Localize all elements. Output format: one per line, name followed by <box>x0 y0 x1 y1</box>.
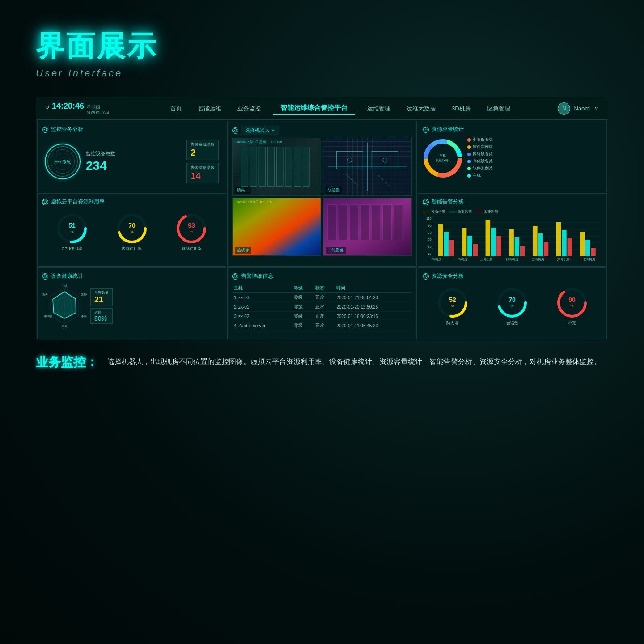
gauge-firewall: 52 % 防火墙 <box>437 287 468 326</box>
date-label: 星期四 2020/07/24 <box>87 104 109 115</box>
time-display: 14:20:46 <box>52 102 84 111</box>
legend-line-minor <box>475 212 483 212</box>
svg-marker-83 <box>53 292 76 318</box>
x-axis-labels: 一号机房 二号机房 三号机房 四号机房 五号机房 六号机房 七号机房 <box>423 257 602 262</box>
svg-rect-76 <box>591 248 596 256</box>
camera-feed-1[interactable]: 2020年07月13日 星期一 10:19:25 镜头一 <box>232 138 321 196</box>
alarm-row: 2zk-01 零级 正常 2020-01-20 12:50:25 <box>232 302 411 312</box>
legend-item-5: 软件实例类 <box>467 165 493 171</box>
svg-text:93: 93 <box>188 222 195 229</box>
svg-rect-9 <box>285 147 292 187</box>
camera-feed-4[interactable]: 二维图像 <box>323 198 412 256</box>
legend-dot-4 <box>467 160 471 163</box>
svg-rect-10 <box>294 147 301 187</box>
cloud-icon <box>42 199 48 205</box>
legend-item-3: 网络设备类 <box>467 151 493 157</box>
nav-user[interactable]: N Naomi ∨ <box>558 102 599 115</box>
svg-text:%: % <box>571 304 574 308</box>
alarm-row: 3zk-02 零级 正常 2020-01-16 06:23:15 <box>232 312 411 321</box>
nav-items: 首页 智能运维 业务监控 智能运维综合管控平台 运维管理 运维大数据 3D机房 … <box>123 102 558 115</box>
panel-monitor-title: 监控业务分析 <box>42 126 221 133</box>
panel-cloud: 虚拟云平台资源利用率 51 % CPU使用率 <box>37 193 226 267</box>
svg-rect-67 <box>520 246 525 256</box>
nav-bigdata[interactable]: 运维大数据 <box>403 103 439 114</box>
gauge-bandwidth: 90 % 带宽 <box>556 287 588 326</box>
svg-rect-8 <box>277 147 284 187</box>
svg-rect-7 <box>268 147 275 187</box>
nav-mgmt[interactable]: 运维管理 <box>364 103 394 114</box>
camera-header: 选择机器人 ∨ <box>232 126 411 135</box>
panel-alarm: 告警详细信息 主机 等级 状态 时间 1zk-03 零级 正常 <box>227 267 416 339</box>
svg-point-19 <box>383 158 387 162</box>
robot-dropdown[interactable]: 选择机器人 ∨ <box>241 126 279 135</box>
svg-rect-64 <box>496 236 501 256</box>
camera-feed-3[interactable]: 热成像 2020年07月11日 10:19:25 <box>232 198 321 256</box>
y-axis: 1109070503010 <box>423 216 432 256</box>
panel-security: 资源安全分析 52 % 防火墙 <box>418 267 607 339</box>
health-icon <box>42 273 48 280</box>
alert-info-box: 告警信息总数 14 <box>186 163 219 183</box>
svg-text:51: 51 <box>68 222 76 229</box>
svg-rect-65 <box>509 229 514 256</box>
svg-text:交换机: 交换机 <box>81 292 87 296</box>
monitor-icon <box>42 127 48 133</box>
panel-health-title: 设备健康统计 <box>42 272 221 280</box>
cam2-label: 轨迹图 <box>326 187 342 194</box>
col-status: 状态 <box>314 284 335 293</box>
alarm-table: 主机 等级 状态 时间 1zk-03 零级 正常 2020-01-21 06:0… <box>232 284 411 330</box>
alert-resource-box: 告警资源总数 2 <box>186 140 219 160</box>
nav-emergency[interactable]: 应急管理 <box>483 103 514 114</box>
legend-urgent: 紧急告警 <box>423 209 445 214</box>
cam3-label: 热成像 <box>235 247 251 254</box>
nav-3d[interactable]: 3D机房 <box>448 103 475 114</box>
nav-monitor[interactable]: 业务监控 <box>234 103 264 114</box>
title-area: 界面展示 User Interface <box>36 27 608 79</box>
svg-text:存储: 存储 <box>62 325 67 327</box>
legend-dot-3 <box>467 153 471 156</box>
legend-item-4: 存储设备类 <box>467 158 493 164</box>
svg-point-35 <box>430 146 455 171</box>
legend-important: 重要告警 <box>449 209 472 214</box>
panel-security-title: 资源安全分析 <box>423 272 602 280</box>
svg-text:%: % <box>190 230 193 234</box>
navbar-time: ⊙ 14:20:46 星期四 2020/07/24 <box>45 102 109 115</box>
camera-icon <box>232 127 238 134</box>
svg-rect-73 <box>567 238 572 256</box>
svg-rect-56 <box>438 224 443 256</box>
alarm-row: 4Zabbix server 零级 正常 2020-01-11 06:45:23 <box>232 321 411 330</box>
legend-line-important <box>449 212 456 212</box>
svg-rect-71 <box>556 222 561 256</box>
svg-text:70: 70 <box>509 296 516 303</box>
svg-text:52: 52 <box>449 296 456 303</box>
resource-icon <box>423 127 429 133</box>
bar-chart-container: 1109070503010 <box>423 216 602 256</box>
svg-rect-61 <box>473 244 478 256</box>
health-stats: 治理数量 21 健康 80% <box>90 288 113 324</box>
col-time: 时间 <box>335 284 411 293</box>
svg-point-18 <box>347 158 352 162</box>
svg-rect-22 <box>328 205 337 240</box>
page-wrapper: 界面展示 User Interface ⊙ 14:20:46 星期四 2020/… <box>0 0 644 389</box>
legend-item-6: 主机 <box>467 173 493 178</box>
col-host: 主机 <box>232 284 292 293</box>
alarm-icon <box>232 273 238 280</box>
nav-home[interactable]: 首页 <box>167 103 186 114</box>
gauge-bandwidth-circle: 90 % <box>556 287 588 318</box>
gauge-memory-circle: 70 % <box>116 213 148 244</box>
svg-rect-70 <box>543 242 548 256</box>
svg-rect-68 <box>533 226 538 256</box>
svg-line-17 <box>376 174 390 187</box>
alert-icon <box>423 199 429 205</box>
camera-feed-2[interactable]: 轨迹图 <box>323 138 412 196</box>
chart-legend: 紧急告警 重要告警 次要告警 <box>423 209 602 214</box>
svg-rect-75 <box>585 240 590 256</box>
svg-text:主机: 主机 <box>62 284 67 287</box>
panel-camera: 选择机器人 ∨ 2020年07月13日 星期一 10:19:25 <box>227 121 416 267</box>
svg-rect-25 <box>361 205 370 240</box>
legend-dot-5 <box>467 167 471 170</box>
svg-text:中间件: 中间件 <box>44 315 52 318</box>
navbar: ⊙ 14:20:46 星期四 2020/07/24 首页 智能运维 业务监控 智… <box>36 97 608 120</box>
nav-ops[interactable]: 智能运维 <box>195 103 225 114</box>
svg-rect-66 <box>514 237 519 256</box>
legend-item-2: 软件实例类 <box>467 144 493 150</box>
